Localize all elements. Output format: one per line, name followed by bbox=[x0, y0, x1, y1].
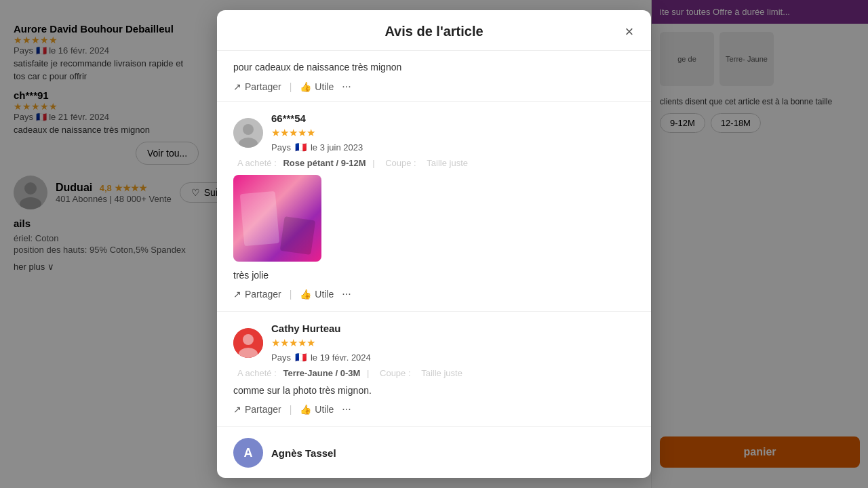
review-66-section: 66***54 ★★★★★ Pays 🇫🇷 le 3 juin 2023 A a… bbox=[217, 102, 651, 312]
reviews-modal: Avis de l'article × pour cadeaux de nais… bbox=[217, 10, 651, 478]
svg-point-4 bbox=[243, 124, 254, 135]
share-icon-2: ↗ bbox=[233, 289, 241, 300]
first-review-partial: pour cadeaux de naissance très mignon ↗ … bbox=[217, 51, 651, 102]
review-agnes-header: A Agnès Tassel bbox=[233, 438, 635, 468]
review-66-meta: Pays 🇫🇷 le 3 juin 2023 bbox=[271, 142, 363, 152]
first-review-more-button[interactable]: ··· bbox=[342, 81, 351, 93]
separator-3: | bbox=[290, 404, 292, 415]
thumbup-icon: 👍 bbox=[300, 81, 311, 92]
review-66-avatar bbox=[233, 118, 263, 148]
review-cathy-header: Cathy Hurteau ★★★★★ Pays 🇫🇷 le 19 févr. … bbox=[233, 323, 635, 363]
first-review-useful-button[interactable]: 👍 Utile bbox=[300, 81, 334, 92]
separator-1: | bbox=[290, 81, 292, 92]
review-agnes-name: Agnès Tassel bbox=[271, 447, 336, 459]
review-66-name: 66***54 bbox=[271, 113, 363, 124]
review-cathy-text: comme sur la photo très mignon. bbox=[233, 384, 635, 398]
svg-point-7 bbox=[243, 334, 254, 345]
review-66-useful-button[interactable]: 👍 Utile bbox=[300, 289, 334, 300]
first-review-text: pour cadeaux de naissance très mignon bbox=[233, 62, 635, 73]
review-cathy-flag: 🇫🇷 bbox=[295, 352, 307, 363]
review-66-info: 66***54 ★★★★★ Pays 🇫🇷 le 3 juin 2023 bbox=[271, 113, 363, 152]
review-66-stars: ★★★★★ bbox=[271, 127, 363, 139]
review-cathy-actions: ↗ Partager | 👍 Utile ··· bbox=[233, 403, 635, 415]
review-66-text: très jolie bbox=[233, 268, 635, 283]
review-66-flag: 🇫🇷 bbox=[295, 142, 307, 152]
review-cathy-useful-button[interactable]: 👍 Utile bbox=[300, 404, 334, 415]
review-66-photo bbox=[233, 175, 321, 262]
thumbup-icon-3: 👍 bbox=[300, 404, 311, 415]
modal-header: Avis de l'article × bbox=[217, 10, 651, 51]
share-icon-3: ↗ bbox=[233, 404, 241, 415]
separator-2: | bbox=[290, 289, 292, 300]
review-cathy-stars: ★★★★★ bbox=[271, 337, 371, 349]
review-66-actions: ↗ Partager | 👍 Utile ··· bbox=[233, 288, 635, 300]
review-cathy-meta: Pays 🇫🇷 le 19 févr. 2024 bbox=[271, 352, 371, 363]
modal-body[interactable]: pour cadeaux de naissance très mignon ↗ … bbox=[217, 51, 651, 478]
review-66-share-button[interactable]: ↗ Partager bbox=[233, 289, 281, 300]
review-cathy-info: Cathy Hurteau ★★★★★ Pays 🇫🇷 le 19 févr. … bbox=[271, 323, 371, 363]
review-agnes-info: Agnès Tassel bbox=[271, 447, 336, 459]
review-cathy-share-button[interactable]: ↗ Partager bbox=[233, 404, 281, 415]
review-cathy-more-button[interactable]: ··· bbox=[342, 403, 351, 415]
review-66-more-button[interactable]: ··· bbox=[342, 288, 351, 300]
review-cathy-section: Cathy Hurteau ★★★★★ Pays 🇫🇷 le 19 févr. … bbox=[217, 312, 651, 427]
review-66-purchase: A acheté : Rose pétant / 9-12M | Coupe :… bbox=[233, 158, 635, 168]
review-66-header: 66***54 ★★★★★ Pays 🇫🇷 le 3 juin 2023 bbox=[233, 113, 635, 152]
review-cathy-purchase: A acheté : Terre-Jaune / 0-3M | Coupe : … bbox=[233, 368, 635, 378]
review-cathy-avatar bbox=[233, 328, 263, 358]
first-review-share-button[interactable]: ↗ Partager bbox=[233, 81, 281, 92]
thumbup-icon-2: 👍 bbox=[300, 289, 311, 300]
share-icon: ↗ bbox=[233, 81, 241, 92]
review-agnes-section: A Agnès Tassel bbox=[217, 427, 651, 478]
review-cathy-name: Cathy Hurteau bbox=[271, 323, 371, 334]
review-agnes-avatar: A bbox=[233, 438, 263, 468]
modal-close-button[interactable]: × bbox=[618, 21, 640, 43]
first-review-actions: ↗ Partager | 👍 Utile ··· bbox=[233, 81, 635, 93]
modal-overlay: Avis de l'article × pour cadeaux de nais… bbox=[0, 0, 868, 488]
modal-title: Avis de l'article bbox=[233, 24, 635, 39]
